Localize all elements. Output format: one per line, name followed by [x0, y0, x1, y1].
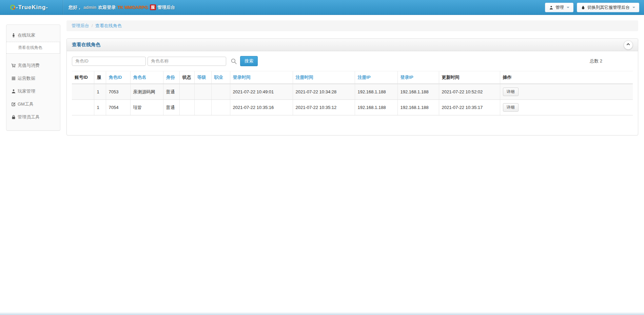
role-name-label: 角色名称	[148, 58, 171, 64]
column-header-13: 更新时间	[439, 71, 500, 84]
cell: 2021-07-22 10:35:16	[230, 100, 293, 115]
column-header-1: 账号ID	[72, 71, 94, 84]
breadcrumb-separator: /	[89, 23, 95, 28]
column-header-10[interactable]: 注册时间	[293, 71, 355, 84]
admin-dropdown-button[interactable]: 管理	[545, 3, 573, 12]
collapse-panel-button[interactable]	[624, 40, 633, 50]
column-header-12[interactable]: 登录IP	[397, 71, 439, 84]
magnifier-icon[interactable]	[231, 58, 237, 64]
cell: 192.168.1.188	[355, 100, 397, 115]
detail-button[interactable]: 详细	[503, 103, 519, 112]
admin-dropdown-label: 管理	[555, 5, 564, 11]
breadcrumb-root-link[interactable]: 管理后台	[72, 23, 89, 28]
cart-icon	[11, 63, 16, 68]
navbar-actions: 管理 切换到其它服管理后台	[545, 3, 639, 12]
lock-icon	[11, 115, 16, 119]
table-row: 17054珪皆普通2021-07-22 10:35:162021-07-22 1…	[72, 100, 633, 115]
welcome-message: 您好， admin 欢迎登录 TK MMOARPG 服 管理后台	[69, 4, 175, 11]
column-header-4[interactable]: 角色名	[130, 71, 163, 84]
cell: 192.168.1.188	[397, 100, 439, 115]
column-header-11[interactable]: 注册IP	[355, 71, 397, 84]
sidebar-menu: 在线玩家查看在线角色充值与消费运营数据玩家管理GM工具管理员工具	[6, 24, 60, 131]
breadcrumb-current-link[interactable]: 查看在线角色	[95, 23, 122, 28]
logo-ring-icon	[10, 5, 15, 10]
table-body: 17053亲测源码网普通2021-07-22 10:49:012021-07-2…	[72, 84, 633, 115]
welcome-middle: 欢迎登录	[98, 4, 116, 11]
column-header-3[interactable]: 角色ID	[106, 71, 130, 84]
switch-server-dropdown-button[interactable]: 切换到其它服管理后台	[577, 3, 639, 12]
cell	[72, 100, 94, 115]
switch-server-label: 切换到其它服管理后台	[587, 5, 630, 11]
cell: 2021-07-22 10:34:28	[293, 84, 355, 100]
male-icon	[11, 33, 16, 38]
sidebar-item-3[interactable]: 运营数据	[6, 72, 60, 85]
column-header-2: 服	[94, 71, 106, 84]
top-navbar: -TrueKing- 您好， admin 欢迎登录 TK MMOARPG 服 管…	[0, 0, 644, 15]
online-roles-table: 账号ID服角色ID角色名身份状态等级职业登录时间注册时间注册IP登录IP更新时间…	[72, 71, 633, 115]
detail-button[interactable]: 详细	[503, 88, 519, 96]
action-cell: 详细	[500, 84, 633, 100]
cell: 1	[94, 100, 106, 115]
server-badge: 服	[150, 4, 156, 10]
search-button[interactable]: 搜索	[240, 56, 258, 66]
cell: 192.168.1.188	[397, 84, 439, 100]
cell: 1	[94, 84, 106, 100]
action-cell: 详细	[500, 100, 633, 115]
role-id-label: 角色ID	[72, 58, 91, 64]
sidebar-item-label: 玩家管理	[18, 88, 35, 94]
sidebar-item-2[interactable]: 充值与消费	[6, 59, 60, 72]
cell: 普通	[163, 84, 179, 100]
main-content: 管理后台/查看在线角色 查看在线角色 角色ID 角色名	[66, 15, 638, 135]
sidebar-item-4[interactable]: 玩家管理	[6, 85, 60, 98]
cell	[194, 100, 211, 115]
total-label: 总数	[590, 58, 599, 63]
cell: 192.168.1.188	[355, 84, 397, 100]
sidebar-subitem-active[interactable]: 查看在线角色	[6, 42, 60, 54]
cell: 亲测源码网	[130, 84, 163, 100]
caret-down-icon	[567, 7, 569, 8]
online-roles-panel: 查看在线角色 角色ID 角色名称	[66, 38, 638, 135]
list-icon	[11, 76, 16, 81]
welcome-prefix: 您好，	[69, 4, 82, 11]
cell: 普通	[163, 100, 179, 115]
cell	[194, 84, 211, 100]
cell: 7054	[106, 100, 130, 115]
page-bottom-gradient	[0, 312, 644, 315]
page: -TrueKing- 您好， admin 欢迎登录 TK MMOARPG 服 管…	[0, 0, 644, 315]
username: admin	[83, 5, 96, 10]
breadcrumb: 管理后台/查看在线角色	[66, 20, 638, 31]
sidebar-item-6[interactable]: 管理员工具	[6, 111, 60, 124]
cell	[211, 84, 230, 100]
column-header-7[interactable]: 等级	[194, 71, 211, 84]
user-icon	[11, 89, 16, 94]
cell: 2021-07-22 10:35:17	[439, 100, 500, 115]
brand-logo[interactable]: -TrueKing-	[0, 0, 63, 15]
column-header-14: 操作	[500, 71, 633, 84]
role-id-input[interactable]	[91, 57, 145, 66]
panel-header: 查看在线角色	[67, 39, 638, 51]
panel-body: 角色ID 角色名称 搜索 总数 2	[67, 51, 638, 135]
chevron-up-icon	[626, 42, 630, 48]
sidebar-item-5[interactable]: GM工具	[6, 98, 60, 111]
column-header-5[interactable]: 身份	[163, 71, 179, 84]
droplet-icon	[581, 5, 585, 10]
welcome-suffix: 管理后台	[158, 4, 175, 11]
column-header-9[interactable]: 登录时间	[230, 71, 293, 84]
table-head: 账号ID服角色ID角色名身份状态等级职业登录时间注册时间注册IP登录IP更新时间…	[72, 71, 633, 84]
role-name-input[interactable]	[171, 57, 226, 66]
column-header-8[interactable]: 职业	[211, 71, 230, 84]
sidebar-item-label: 在线玩家	[18, 32, 35, 38]
cell: 2021-07-22 10:49:01	[230, 84, 293, 100]
cell: 2021-07-22 10:52:02	[439, 84, 500, 100]
sidebar-item-label: 充值与消费	[18, 62, 40, 69]
cell	[211, 100, 230, 115]
sidebar-item-1[interactable]: 在线玩家	[6, 29, 60, 42]
search-toolbar: 角色ID 角色名称 搜索 总数 2	[72, 56, 633, 66]
column-header-6: 状态	[179, 71, 194, 84]
cell: 珪皆	[130, 100, 163, 115]
table-row: 17053亲测源码网普通2021-07-22 10:49:012021-07-2…	[72, 84, 633, 100]
edit-icon	[11, 102, 16, 107]
logo-text: -TrueKing-	[16, 4, 48, 11]
cell: 7053	[106, 84, 130, 100]
role-id-field-group: 角色ID	[72, 57, 146, 66]
